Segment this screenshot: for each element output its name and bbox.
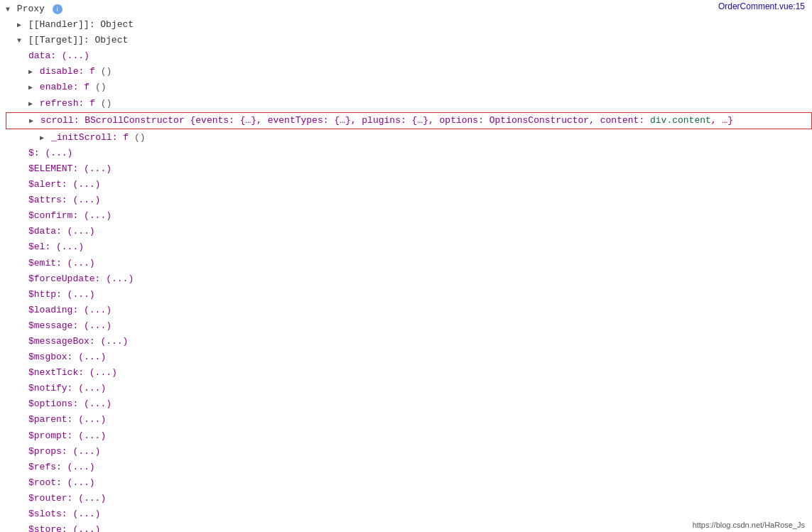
slots-row: $slots: (...) — [6, 506, 812, 522]
messagebox-row: $messageBox: (...) — [6, 334, 812, 349]
http-label: $http: (...) — [28, 289, 95, 300]
emit-row: $emit: (...) — [6, 256, 812, 271]
data-label: data: (...) — [28, 50, 90, 61]
alert-label: $alert: (...) — [28, 179, 100, 190]
data-row: data: (...) — [6, 48, 812, 64]
options-label: $options: (...) — [28, 398, 112, 409]
parent-label: $parent: (...) — [28, 414, 106, 425]
handler-toggle[interactable] — [17, 19, 21, 31]
store-row: $store: (...) — [6, 522, 812, 532]
props-label: $props: (...) — [28, 446, 100, 457]
data2-label: $data: (...) — [28, 226, 95, 237]
refresh-label: refresh: f () — [40, 98, 112, 109]
disable-toggle[interactable] — [28, 66, 33, 78]
prompt-label: $prompt: (...) — [28, 430, 106, 441]
options-row: $options: (...) — [6, 396, 812, 412]
attrs-row: $attrs: (...) — [6, 192, 812, 208]
devtools-panel: OrderComment.vue:15 Proxy i [[Handler]]:… — [0, 0, 812, 532]
attrs-label: $attrs: (...) — [28, 195, 100, 205]
disable-row: disable: f () — [6, 64, 812, 80]
parent-row: $parent: (...) — [6, 412, 812, 428]
target-toggle[interactable] — [17, 35, 21, 47]
proxy-toggle[interactable] — [6, 4, 10, 16]
root-label: $root: (...) — [28, 477, 95, 488]
message-row: $message: (...) — [6, 318, 812, 334]
enable-label: enable: f () — [40, 82, 107, 92]
nexttick-label: $nextTick: (...) — [28, 367, 117, 378]
notify-label: $notify: (...) — [28, 383, 106, 393]
initscroll-row: _initScroll: f () — [6, 130, 812, 146]
router-row: $router: (...) — [6, 491, 812, 506]
initscroll-toggle[interactable] — [40, 132, 44, 144]
messagebox-label: $messageBox: (...) — [28, 336, 128, 347]
slots-label: $slots: (...) — [28, 509, 100, 519]
proxy-label: Proxy — [17, 4, 45, 14]
bottom-url: https://blog.csdn.net/HaRose_Js — [693, 521, 805, 529]
loading-row: $loading: (...) — [6, 303, 812, 318]
tree-root: Proxy i [[Handler]]: Object [[Target]]: … — [0, 0, 812, 532]
loading-label: $loading: (...) — [28, 305, 112, 315]
element-label: $ELEMENT: (...) — [28, 163, 112, 174]
info-icon: i — [53, 4, 63, 14]
forceupdate-label: $forceUpdate: (...) — [28, 273, 134, 284]
el-label: $el: (...) — [28, 241, 84, 252]
enable-row: enable: f () — [6, 80, 812, 95]
target-row: [[Target]]: Object — [6, 33, 812, 48]
refresh-toggle[interactable] — [28, 98, 33, 110]
http-row: $http: (...) — [6, 287, 812, 303]
initscroll-label: _initScroll: f () — [51, 132, 146, 143]
handler-label: [[Handler]]: Object — [28, 19, 134, 30]
root-proxy: Proxy i — [6, 1, 812, 17]
nexttick-row: $nextTick: (...) — [6, 365, 812, 381]
disable-label: disable: f () — [40, 66, 112, 77]
alert-row: $alert: (...) — [6, 177, 812, 192]
el-row: $el: (...) — [6, 239, 812, 255]
msgbox-label: $msgbox: (...) — [28, 352, 106, 362]
refs-label: $refs: (...) — [28, 462, 95, 472]
root-row: $root: (...) — [6, 475, 812, 491]
refresh-row: refresh: f () — [6, 96, 812, 112]
handler-row: [[Handler]]: Object — [6, 17, 812, 33]
emit-label: $emit: (...) — [28, 258, 95, 268]
scroll-label: scroll: BScrollConstructor {events: {…},… — [40, 115, 733, 126]
target-label: [[Target]]: Object — [28, 35, 128, 45]
dollar-row: $: (...) — [6, 146, 812, 161]
store-label: $store: (...) — [28, 524, 100, 532]
notify-row: $notify: (...) — [6, 381, 812, 396]
prompt-row: $prompt: (...) — [6, 428, 812, 444]
props-row: $props: (...) — [6, 444, 812, 460]
msgbox-row: $msgbox: (...) — [6, 349, 812, 365]
scroll-row-highlighted: scroll: BScrollConstructor {events: {…},… — [6, 112, 812, 129]
enable-toggle[interactable] — [28, 82, 33, 94]
scroll-toggle[interactable] — [29, 115, 33, 127]
element-row: $ELEMENT: (...) — [6, 161, 812, 177]
forceupdate-row: $forceUpdate: (...) — [6, 271, 812, 287]
router-label: $router: (...) — [28, 493, 106, 504]
message-label: $message: (...) — [28, 320, 112, 331]
data2-row: $data: (...) — [6, 224, 812, 239]
dollar-label: $: (...) — [28, 148, 72, 158]
confirm-row: $confirm: (...) — [6, 208, 812, 224]
refs-row: $refs: (...) — [6, 460, 812, 475]
confirm-label: $confirm: (...) — [28, 210, 112, 221]
top-link[interactable]: OrderComment.vue:15 — [718, 1, 805, 11]
